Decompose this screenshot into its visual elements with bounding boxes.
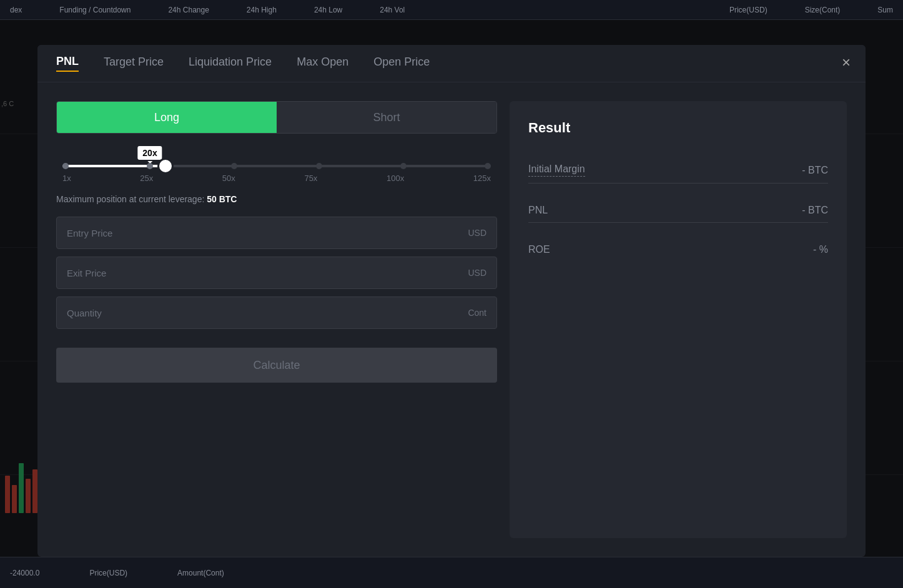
leverage-section: 20x (56, 146, 497, 204)
initial-margin-label: Initial Margin (528, 164, 585, 177)
entry-price-suffix: USD (468, 228, 486, 238)
dot-125x (485, 163, 491, 169)
bottom-price-left: -24000.0 (10, 569, 39, 577)
slider-labels: 1x 25x 50x 75x 100x 125x (62, 174, 491, 183)
initial-margin-row: Initial Margin - BTC (528, 157, 828, 184)
slider-thumb[interactable] (159, 160, 172, 172)
dot-75x (316, 163, 322, 169)
vol-label: 24h Vol (380, 6, 405, 14)
high-label: 24h High (247, 6, 277, 14)
pnl-row: PNL - BTC (528, 198, 828, 223)
close-button[interactable]: × (842, 54, 851, 71)
leverage-track (62, 165, 491, 167)
label-125x: 125x (473, 174, 491, 183)
quantity-input[interactable] (67, 308, 468, 318)
entry-price-row: USD (56, 217, 497, 249)
exchange-label: dex (10, 6, 22, 14)
result-title: Result (528, 120, 828, 136)
label-1x: 1x (62, 174, 71, 183)
tab-liquidation-price[interactable]: Liquidation Price (189, 56, 272, 71)
modal-body: Long Short 20x (37, 82, 866, 557)
calculator-modal: PNL Target Price Liquidation Price Max O… (37, 45, 866, 557)
short-button[interactable]: Short (277, 102, 496, 133)
sum-header: Sum (877, 6, 893, 14)
tab-open-price[interactable]: Open Price (373, 56, 430, 71)
result-panel: Result Initial Margin - BTC PNL - BTC RO… (510, 101, 847, 538)
leverage-tooltip: 20x (137, 146, 162, 160)
entry-price-input[interactable] (67, 228, 468, 238)
calculate-button[interactable]: Calculate (56, 348, 497, 383)
left-panel: Long Short 20x (56, 101, 497, 538)
exit-price-suffix: USD (468, 268, 486, 278)
label-75x: 75x (304, 174, 317, 183)
max-position-text: Maximum position at current leverage: 50… (56, 194, 497, 204)
input-group: USD USD Cont (56, 217, 497, 329)
size-cont-header: Size(Cont) (805, 6, 841, 14)
exit-price-input[interactable] (67, 268, 468, 278)
pnl-label: PNL (528, 205, 548, 216)
quantity-suffix: Cont (468, 308, 486, 318)
long-short-toggle: Long Short (56, 101, 497, 134)
tab-max-open[interactable]: Max Open (297, 56, 348, 71)
quantity-row: Cont (56, 296, 497, 329)
change-label: 24h Change (168, 6, 209, 14)
roe-label: ROE (528, 244, 550, 255)
bottom-bar: -24000.0 Price(USD) Amount(Cont) (0, 557, 903, 588)
dot-50x (231, 163, 237, 169)
label-50x: 50x (222, 174, 235, 183)
initial-margin-value: - BTC (802, 165, 828, 176)
long-button[interactable]: Long (57, 102, 277, 133)
roe-row: ROE - % (528, 238, 828, 262)
exit-price-row: USD (56, 257, 497, 289)
slider-container: 20x (56, 146, 497, 189)
label-25x: 25x (140, 174, 153, 183)
tab-bar: PNL Target Price Liquidation Price Max O… (37, 45, 866, 82)
slider-fill (62, 165, 165, 167)
label-100x: 100x (387, 174, 404, 183)
top-bar-right: Price(USD) Size(Cont) Sum (729, 6, 893, 14)
modal-overlay: PNL Target Price Liquidation Price Max O… (0, 20, 903, 588)
bottom-price-usd: Price(USD) (89, 569, 127, 577)
funding-label: Funding / Countdown (59, 6, 131, 14)
roe-value: - % (813, 244, 828, 255)
tab-pnl[interactable]: PNL (56, 55, 79, 72)
dot-100x (400, 163, 407, 169)
top-bar: dex Funding / Countdown 24h Change 24h H… (0, 0, 903, 20)
bottom-amount-cont: Amount(Cont) (177, 569, 224, 577)
tab-target-price[interactable]: Target Price (104, 56, 164, 71)
price-usd-header: Price(USD) (729, 6, 767, 14)
max-position-value: 50 BTC (207, 194, 237, 204)
low-label: 24h Low (314, 6, 342, 14)
pnl-value: - BTC (802, 205, 828, 216)
